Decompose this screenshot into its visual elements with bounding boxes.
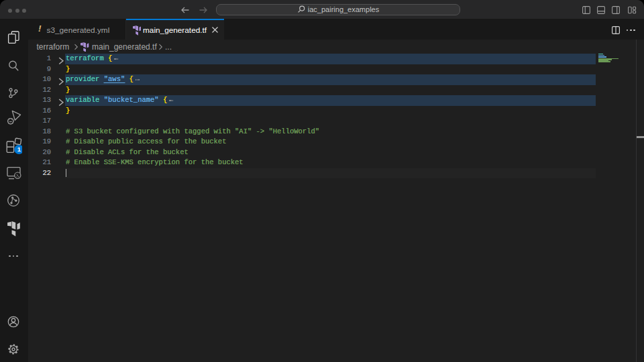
svg-text:1: 1 xyxy=(17,145,21,153)
